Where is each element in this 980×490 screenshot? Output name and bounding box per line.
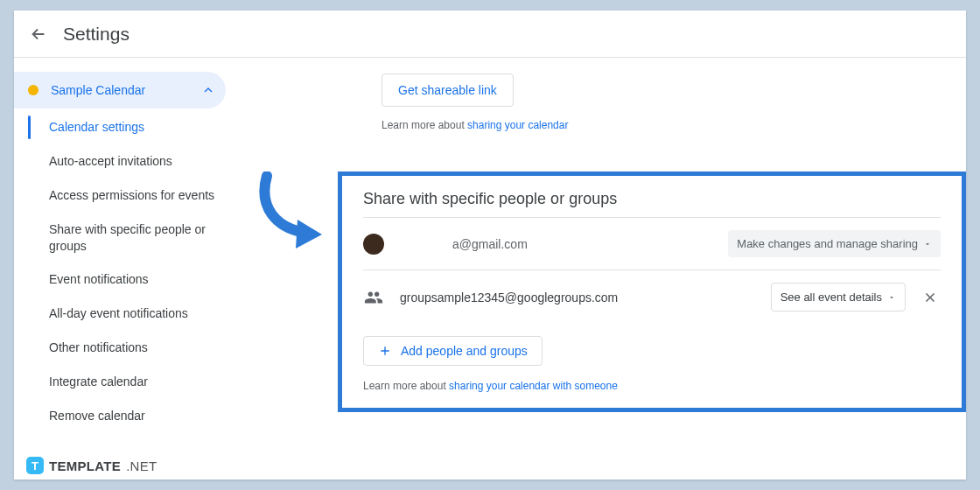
permission-select-group[interactable]: See all event details <box>771 283 906 312</box>
sidebar-item-calendar-settings[interactable]: Calendar settings <box>14 110 226 144</box>
calendar-collapse-header[interactable]: Sample Calendar <box>14 72 226 108</box>
sharing-with-someone-link[interactable]: sharing your calendar with someone <box>449 380 618 392</box>
sidebar-item-integrate[interactable]: Integrate calendar <box>14 365 226 399</box>
remove-share-button[interactable] <box>920 290 941 305</box>
chevron-up-icon <box>201 83 215 97</box>
sidebar-item-remove[interactable]: Remove calendar <box>14 399 226 433</box>
calendar-color-dot-icon <box>28 85 38 95</box>
share-email: groupsample12345@googlegroups.com <box>400 290 771 304</box>
permission-select-owner[interactable]: Make changes and manage sharing <box>728 230 941 257</box>
share-section-title: Share with specific people or groups <box>363 190 941 218</box>
share-section-highlight: Share with specific people or groups a@g… <box>338 172 966 412</box>
share-row-owner: a@gmail.com Make changes and manage shar… <box>363 218 941 270</box>
sharing-calendar-link[interactable]: sharing your calendar <box>467 119 568 131</box>
header-bar: Settings <box>14 10 966 58</box>
caret-down-icon <box>923 240 932 248</box>
get-shareable-link-button[interactable]: Get shareable link <box>382 74 514 107</box>
template-logo-icon: T <box>26 457 44 474</box>
sidebar-item-share-specific[interactable]: Share with specific people or groups <box>14 213 226 263</box>
app-window: Settings Sample Calendar Calendar settin… <box>14 10 966 480</box>
calendar-name: Sample Calendar <box>51 83 145 97</box>
body: Sample Calendar Calendar settings Auto-a… <box>14 58 966 480</box>
learn-more-share-someone: Learn more about sharing your calendar w… <box>363 380 941 392</box>
sidebar-item-auto-accept[interactable]: Auto-accept invitations <box>14 144 226 178</box>
share-row-group: groupsample12345@googlegroups.com See al… <box>363 270 941 324</box>
back-arrow-icon[interactable] <box>28 24 49 45</box>
share-email: a@gmail.com <box>400 237 728 251</box>
page-title: Settings <box>63 24 130 45</box>
sidebar-item-event-notifications[interactable]: Event notifications <box>14 262 226 297</box>
watermark: T TEMPLATE.NET <box>26 457 158 474</box>
sidebar-item-allday-notifications[interactable]: All-day event notifications <box>14 297 226 331</box>
caret-down-icon <box>887 293 896 302</box>
learn-more-sharing: Learn more about sharing your calendar <box>382 119 950 131</box>
sidebar-nav: Calendar settings Auto-accept invitation… <box>14 110 226 433</box>
sidebar-item-access-permissions[interactable]: Access permissions for events <box>14 178 226 213</box>
main-content: Get shareable link Learn more about shar… <box>233 58 966 480</box>
avatar <box>363 234 384 255</box>
add-people-button[interactable]: Add people and groups <box>363 336 542 366</box>
annotation-arrow-icon <box>254 172 332 259</box>
group-icon <box>363 287 384 308</box>
plus-icon <box>378 344 392 358</box>
sidebar-item-other-notifications[interactable]: Other notifications <box>14 331 226 365</box>
sidebar: Sample Calendar Calendar settings Auto-a… <box>14 58 233 480</box>
